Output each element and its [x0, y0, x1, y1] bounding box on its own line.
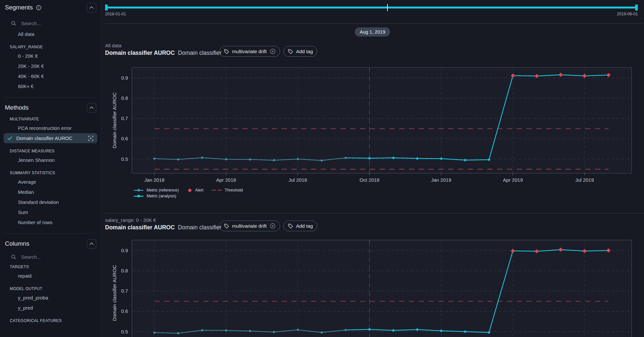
svg-text:Domain classifier AUROC: Domain classifier AUROC — [112, 265, 117, 321]
sidebar-item-median[interactable]: Median — [0, 187, 101, 197]
tag-chip-multivariate-drift[interactable]: multivariate drift — [219, 221, 280, 231]
chart-card-header: All data Domain classifier AUROCDomain c… — [105, 43, 222, 56]
tag-chip-multivariate-drift[interactable]: multivariate drift — [219, 46, 280, 57]
selected-method-label: Domain classifier AUROC — [16, 135, 72, 141]
timeline-cursor[interactable] — [387, 4, 388, 11]
check-icon — [7, 136, 12, 140]
sidebar-item-jensen-shannon[interactable]: Jensen Shannon — [0, 155, 101, 165]
svg-text:Jul 2019: Jul 2019 — [575, 177, 594, 183]
tag-label: multivariate drift — [232, 49, 267, 54]
sidebar-item-average[interactable]: Average — [0, 177, 101, 187]
remove-tag-icon[interactable] — [270, 48, 276, 54]
legend-item-alert[interactable]: Alert — [187, 188, 204, 192]
columns-title: Columns — [5, 240, 29, 247]
svg-text:0.5: 0.5 — [121, 329, 128, 334]
columns-search-input[interactable] — [21, 254, 81, 260]
sidebar-item-0-20k[interactable]: 0 - 20K € — [0, 51, 101, 61]
timeline-left-handle[interactable] — [105, 5, 108, 10]
timeline-end-date: 2019-08-01 — [617, 12, 638, 16]
segments-title: Segments — [5, 4, 33, 11]
svg-text:0.9: 0.9 — [121, 75, 128, 81]
svg-text:Jul 2018: Jul 2018 — [289, 177, 307, 183]
search-icon — [11, 254, 16, 260]
chart-title-suffix: Domain classifier — [178, 224, 221, 231]
sidebar-item-number-of-rows[interactable]: Number of rows — [0, 217, 101, 227]
add-tag-button[interactable]: Add tag — [283, 46, 317, 57]
svg-text:0.5: 0.5 — [121, 156, 128, 162]
main-content: 2018-01-01 2019-08-01 Aug 1, 2019 All da… — [102, 0, 644, 337]
svg-text:0.8: 0.8 — [121, 95, 128, 101]
group-label-salary-range: SALARY_RANGE — [0, 43, 101, 51]
analysis-line-swatch — [134, 196, 144, 197]
add-tag-label: Add tag — [296, 223, 313, 229]
svg-text:0.6: 0.6 — [121, 136, 128, 141]
svg-text:Jan 2018: Jan 2018 — [144, 177, 165, 183]
sidebar-item-standard-deviation[interactable]: Standard deviation — [0, 197, 101, 207]
remove-tag-icon[interactable] — [270, 223, 276, 229]
group-label-summary-statistics: SUMMARY STATISTICS — [0, 169, 101, 176]
columns-header: Columns — [0, 239, 101, 249]
timeline-range-bar[interactable] — [105, 7, 638, 8]
columns-collapse-button[interactable] — [87, 239, 96, 249]
methods-section: Methods MULTIVARIATE PCA reconstruction … — [0, 100, 101, 231]
sidebar-item-all-data[interactable]: All data — [0, 29, 101, 39]
sidebar-divider — [3, 233, 98, 234]
auroc-chart-salary-0-20k[interactable]: 0.50.60.70.80.9Jan 2018Apr 2018Jul 2018O… — [108, 238, 644, 337]
selected-date-chip[interactable]: Aug 1, 2019 — [355, 27, 390, 37]
group-label-distance-measures: DISTANCE MEASURES — [0, 147, 101, 155]
svg-text:0.8: 0.8 — [121, 268, 128, 273]
sidebar-item-domain-classifier-auroc[interactable]: Domain classifier AUROC — [4, 133, 97, 143]
reference-line-swatch — [134, 190, 144, 191]
methods-title: Methods — [5, 104, 29, 111]
tag-icon — [288, 49, 293, 54]
sidebar-item-y-pred[interactable]: y_pred — [0, 303, 101, 313]
timeline-start-date: 2018-01-01 — [105, 12, 126, 16]
legend-label-analysis: Metric (analysis) — [147, 194, 176, 198]
legend-item-threshold[interactable]: Threshold — [212, 188, 243, 192]
auroc-chart-all-data[interactable]: 0.50.60.70.80.9Jan 2018Apr 2018Jul 2018O… — [108, 65, 644, 187]
sidebar-item-repaid[interactable]: repaid — [0, 271, 101, 281]
sidebar-item-20k-20k[interactable]: 20K - 20K € — [0, 61, 101, 71]
focus-chart-icon[interactable] — [88, 136, 93, 141]
chart-title: Domain classifier AUROC — [105, 50, 175, 56]
sidebar-item-pca-reconstruction-error[interactable]: PCA reconstruction error — [0, 123, 101, 133]
svg-text:0.7: 0.7 — [121, 288, 128, 294]
chevron-up-icon — [89, 242, 94, 245]
threshold-dash-swatch — [212, 190, 222, 191]
methods-collapse-button[interactable] — [87, 103, 96, 113]
info-icon[interactable] — [36, 5, 41, 10]
svg-text:Jan 2019: Jan 2019 — [431, 177, 451, 183]
group-label-model-output: MODEL OUTPUT — [0, 285, 101, 292]
group-label-targets: TARGETS — [0, 263, 101, 270]
segments-search-input[interactable] — [21, 20, 81, 26]
sidebar-item-40k-60k[interactable]: 40K - 60K € — [0, 71, 101, 81]
sidebar-item-sum[interactable]: Sum — [0, 207, 101, 217]
sidebar: Segments All data SALARY_RANGE 0 - 20K €… — [0, 0, 101, 337]
chart-card-header: salary_range: 0 - 20K € Domain classifie… — [105, 217, 222, 231]
segments-collapse-button[interactable] — [87, 3, 96, 12]
legend-label-reference: Metric (reference) — [147, 188, 179, 192]
sidebar-item-60k-plus[interactable]: 60K+ € — [0, 81, 101, 91]
timeline-right-handle[interactable] — [635, 5, 638, 10]
sidebar-divider — [3, 97, 98, 98]
add-tag-button[interactable]: Add tag — [283, 221, 317, 231]
chevron-up-icon — [89, 6, 94, 9]
sidebar-item-y-pred-proba[interactable]: y_pred_proba — [0, 293, 101, 303]
add-tag-label: Add tag — [296, 49, 313, 54]
header-divider — [105, 23, 642, 24]
svg-text:Domain classifier AUROC: Domain classifier AUROC — [112, 92, 117, 148]
chevron-up-icon — [89, 106, 94, 109]
chart-title: Domain classifier AUROC — [105, 224, 175, 231]
segments-header: Segments — [0, 3, 101, 12]
legend-label-alert: Alert — [195, 188, 204, 192]
legend-item-reference[interactable]: Metric (reference) — [134, 188, 179, 192]
search-icon — [11, 21, 16, 26]
svg-text:Apr 2019: Apr 2019 — [503, 177, 523, 183]
methods-header: Methods — [0, 103, 101, 113]
app-root: Segments All data SALARY_RANGE 0 - 20K €… — [0, 0, 644, 337]
section-divider — [105, 213, 644, 213]
tag-list: multivariate drift Add tag — [219, 221, 317, 231]
svg-text:0.7: 0.7 — [121, 115, 128, 121]
segment-label: salary_range: 0 - 20K € — [105, 217, 222, 223]
legend-item-analysis[interactable]: Metric (analysis) — [134, 194, 176, 198]
